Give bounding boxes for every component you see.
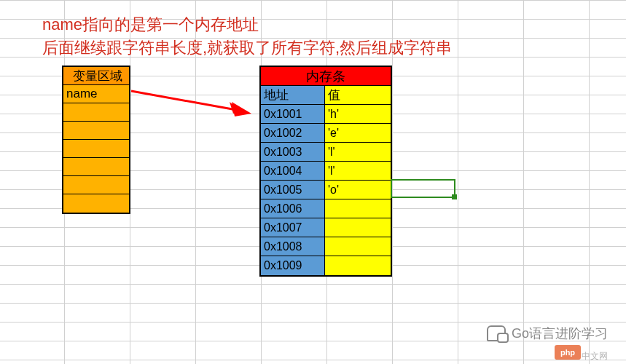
memory-val (325, 256, 391, 275)
memory-val: 'h' (325, 105, 391, 123)
memory-row: 0x1007 (261, 218, 391, 237)
variable-row (63, 176, 129, 194)
memory-row: 0x1002'e' (261, 124, 391, 143)
watermark: Go语言进阶学习 (487, 325, 608, 342)
memory-addr: 0x1009 (261, 256, 325, 275)
memory-title-row: 内存条 (261, 67, 391, 86)
memory-val (325, 199, 391, 218)
memory-val: 'e' (325, 124, 391, 142)
memory-addr: 0x1005 (261, 181, 325, 199)
memory-addr: 0x1002 (261, 124, 325, 142)
memory-row: 0x1006 (261, 199, 391, 218)
variable-row (63, 122, 129, 140)
site-mark: 中文网 (582, 350, 608, 363)
memory-val: 'o' (325, 181, 391, 199)
memory-row: 0x1005'o' (261, 181, 391, 199)
memory-col-addr: 地址 (261, 86, 325, 104)
selected-cell[interactable] (391, 179, 455, 198)
memory-row: 0x1004'l' (261, 162, 391, 181)
variable-row (63, 194, 129, 213)
watermark-text: Go语言进阶学习 (512, 325, 608, 342)
memory-title: 内存条 (261, 67, 391, 85)
annotation-line2: 后面继续跟字符串长度,就获取了所有字符,然后组成字符串 (42, 36, 452, 60)
annotation-text: name指向的是第一个内存地址 后面继续跟字符串长度,就获取了所有字符,然后组成… (42, 13, 452, 60)
memory-row: 0x1001'h' (261, 105, 391, 124)
memory-val (325, 218, 391, 237)
memory-val (325, 237, 391, 256)
memory-addr: 0x1001 (261, 105, 325, 123)
memory-val: 'l' (325, 143, 391, 161)
memory-addr: 0x1004 (261, 162, 325, 180)
memory-addr: 0x1003 (261, 143, 325, 161)
memory-val: 'l' (325, 162, 391, 180)
memory-row: 0x1008 (261, 237, 391, 256)
memory-addr: 0x1007 (261, 218, 325, 237)
memory-row: 0x1003'l' (261, 143, 391, 162)
memory-row: 0x1009 (261, 256, 391, 275)
memory-addr: 0x1008 (261, 237, 325, 256)
variable-row (63, 140, 129, 158)
memory-col-val: 值 (325, 86, 391, 104)
annotation-line1: name指向的是第一个内存地址 (42, 13, 452, 36)
php-logo: php (555, 345, 581, 360)
wechat-icon (487, 325, 506, 341)
variable-row: name (63, 85, 129, 103)
variable-area-table: 变量区域 name (62, 66, 130, 214)
memory-header-row: 地址 值 (261, 86, 391, 105)
memory-table: 内存条 地址 值 0x1001'h' 0x1002'e' 0x1003'l' 0… (259, 66, 392, 277)
memory-addr: 0x1006 (261, 199, 325, 218)
variable-area-header: 变量区域 (63, 67, 129, 85)
variable-row (63, 103, 129, 122)
variable-row (63, 158, 129, 176)
